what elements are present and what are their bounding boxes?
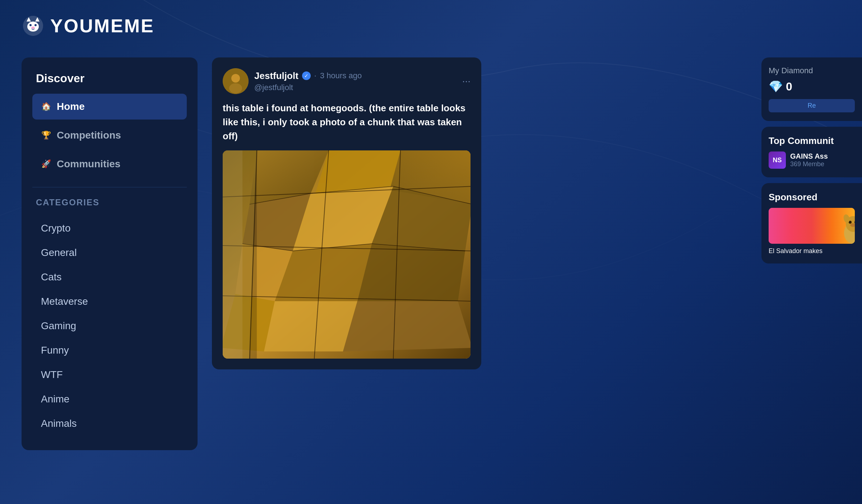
sidebar: Discover 🏠 Home 🏆 Competitions 🚀 Communi… [22, 57, 198, 450]
author-name: Jestfuljolt [254, 70, 298, 81]
app-header: YOUMEME [22, 14, 154, 37]
sponsored-title: Sponsored [769, 192, 855, 203]
post-header: Jestfuljolt ✓ · 3 hours ago @jestfuljolt… [223, 68, 471, 94]
category-metaverse[interactable]: Metaverse [32, 289, 187, 314]
category-gaming[interactable]: Gaming [32, 314, 187, 338]
svg-marker-17 [357, 244, 465, 301]
sidebar-divider [32, 187, 187, 187]
categories-list: Crypto General Cats Metaverse Gaming Fun… [32, 216, 187, 436]
discover-title: Discover [32, 72, 187, 85]
category-anime[interactable]: Anime [32, 387, 187, 411]
post-author: Jestfuljolt ✓ · 3 hours ago @jestfuljolt [223, 68, 362, 94]
nav-item-communities[interactable]: 🚀 Communities [32, 151, 187, 177]
category-wtf[interactable]: WTF [32, 363, 187, 387]
diamond-emoji: 💎 [769, 80, 783, 93]
post-handle: @jestfuljolt [254, 83, 362, 92]
community-name: GAINS Ass [790, 152, 828, 160]
author-name-row: Jestfuljolt ✓ · 3 hours ago [254, 70, 362, 81]
logo-text: YOUMEME [50, 15, 154, 37]
svg-marker-20 [343, 301, 471, 351]
top-communities-title: Top Communit [769, 135, 855, 146]
diamond-count: 💎 0 [769, 80, 855, 93]
category-animals[interactable]: Animals [32, 411, 187, 436]
nav-competitions-label: Competitions [57, 130, 121, 141]
communities-icon: 🚀 [41, 159, 51, 169]
community-avatar: NS [769, 151, 786, 169]
home-icon: 🏠 [41, 102, 51, 112]
diamond-card: My Diamond 💎 0 Re [761, 57, 862, 121]
wood-texture [223, 150, 471, 359]
nav-item-home[interactable]: 🏠 Home [32, 94, 187, 120]
sponsored-image[interactable] [769, 208, 855, 244]
categories-title: CATEGORIES [32, 197, 187, 207]
competitions-icon: 🏆 [41, 130, 51, 140]
category-funny[interactable]: Funny [32, 338, 187, 363]
nav-communities-label: Communities [57, 158, 120, 170]
svg-point-2 [29, 24, 32, 26]
svg-point-4 [31, 27, 35, 29]
top-communities-card: Top Communit NS GAINS Ass 369 Membe [761, 127, 862, 177]
svg-point-6 [231, 74, 240, 83]
category-cats[interactable]: Cats [32, 265, 187, 289]
avatar [223, 68, 249, 94]
right-sidebar: My Diamond 💎 0 Re Top Communit NS GAINS … [761, 57, 862, 263]
diamond-title: My Diamond [769, 66, 855, 75]
main-nav: 🏠 Home 🏆 Competitions 🚀 Communities [32, 94, 187, 177]
main-content: Jestfuljolt ✓ · 3 hours ago @jestfuljolt… [212, 57, 481, 369]
diamond-number: 0 [786, 80, 792, 93]
sponsored-card: Sponsored [761, 183, 862, 263]
post-image [223, 150, 471, 359]
svg-marker-19 [264, 301, 357, 351]
diamond-section: My Diamond 💎 0 Re [769, 66, 855, 112]
svg-point-7 [229, 83, 242, 93]
community-info: GAINS Ass 369 Membe [790, 152, 828, 168]
community-item[interactable]: NS GAINS Ass 369 Membe [769, 151, 855, 169]
svg-rect-36 [769, 208, 855, 244]
logo-icon [22, 14, 45, 37]
verified-icon: ✓ [302, 71, 311, 80]
more-options-icon[interactable]: ··· [462, 75, 471, 87]
post-text: this table i found at homegoods. (the en… [223, 101, 471, 143]
post-separator: · [314, 71, 316, 80]
svg-point-3 [34, 24, 37, 26]
redeem-button[interactable]: Re [769, 99, 855, 112]
post-time: 3 hours ago [320, 71, 362, 80]
community-members: 369 Membe [790, 160, 828, 168]
nav-item-competitions[interactable]: 🏆 Competitions [32, 122, 187, 148]
sponsored-caption: El Salvador makes [769, 247, 822, 255]
author-info: Jestfuljolt ✓ · 3 hours ago @jestfuljolt [254, 70, 362, 92]
category-crypto[interactable]: Crypto [32, 216, 187, 241]
category-general[interactable]: General [32, 241, 187, 265]
nav-home-label: Home [57, 101, 85, 112]
